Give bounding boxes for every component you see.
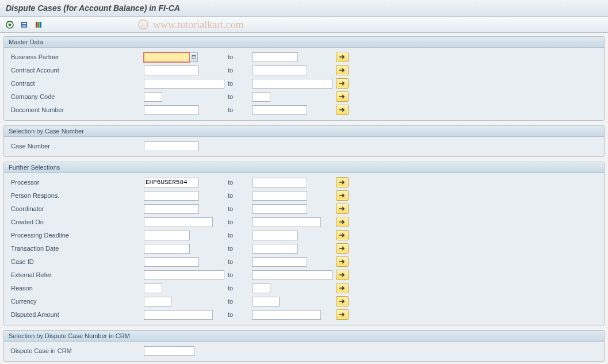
reason-from-input[interactable] [144, 283, 162, 293]
multiple-selection-button[interactable] [336, 65, 349, 75]
multiple-selection-button[interactable] [336, 204, 349, 214]
dispute-case-crm-input[interactable] [144, 346, 194, 356]
panel-case-number-title: Selection by Case Number [4, 126, 604, 137]
multiple-selection-button[interactable] [336, 270, 349, 280]
business-partner-from-input[interactable] [144, 52, 190, 62]
panel-crm-title: Selection by Dispute Case Number in CRM [4, 331, 604, 342]
created-on-to-input[interactable] [252, 217, 321, 227]
label-business-partner: Business Partner [9, 53, 144, 60]
currency-to-input[interactable] [252, 297, 280, 306]
arrow-right-icon [339, 285, 346, 291]
multiple-selection-button[interactable] [336, 52, 349, 62]
multiple-selection-button[interactable] [336, 243, 349, 254]
case-id-from-input[interactable] [144, 257, 199, 267]
multiple-selection-button[interactable] [336, 230, 349, 240]
contract-account-from-input[interactable] [144, 66, 199, 75]
label-case-number: Case Number [9, 143, 144, 150]
label-currency: Currency [9, 298, 144, 305]
arrow-right-icon [339, 107, 346, 113]
arrow-right-icon [339, 193, 346, 198]
label-contract-account: Contract Account [9, 67, 144, 74]
row-dispute-case-crm: Dispute Case in CRM [9, 344, 599, 357]
multiple-selection-button[interactable] [336, 217, 349, 227]
contract-account-to-input[interactable] [252, 66, 307, 75]
company-code-to-input[interactable] [252, 92, 270, 102]
processor-from-input[interactable] [144, 178, 199, 187]
external-refer-from-input[interactable] [144, 270, 224, 280]
coordinator-from-input[interactable] [144, 204, 199, 214]
created-on-from-input[interactable] [144, 217, 213, 227]
svg-rect-5 [22, 23, 26, 24]
contract-from-input[interactable] [144, 79, 224, 89]
arrow-right-icon [339, 246, 346, 251]
currency-from-input[interactable] [144, 297, 171, 306]
document-number-to-input[interactable] [252, 105, 307, 115]
transaction-date-to-input[interactable] [252, 244, 298, 254]
processing-deadline-from-input[interactable] [144, 231, 190, 240]
document-number-from-input[interactable] [144, 105, 199, 115]
svg-rect-12 [192, 55, 196, 56]
contract-to-input[interactable] [252, 79, 332, 89]
to-label: to [224, 245, 252, 252]
reason-to-input[interactable] [252, 283, 270, 293]
to-label: to [224, 232, 252, 239]
person-respons-to-input[interactable] [252, 191, 307, 201]
multiple-selection-button[interactable] [336, 177, 349, 187]
f4-help-icon[interactable] [190, 52, 198, 62]
label-case-id: Case ID [9, 258, 144, 265]
multiple-selection-button[interactable] [336, 296, 349, 306]
transaction-date-from-input[interactable] [144, 244, 190, 254]
case-id-to-input[interactable] [252, 257, 307, 267]
label-processing-deadline: Processing Deadline [9, 232, 144, 239]
variants-button[interactable] [18, 19, 30, 30]
row-document-number: Document Number to [9, 104, 599, 116]
row-person-respons: Person Respons. to [9, 189, 599, 202]
processing-deadline-to-input[interactable] [252, 231, 298, 240]
multiple-selection-button[interactable] [336, 91, 349, 102]
arrow-right-icon [339, 54, 346, 60]
content-area: Master Data Business Partner to Contract… [0, 33, 608, 364]
label-disputed-amount: Disputed Amount [9, 311, 144, 318]
disputed-amount-to-input[interactable] [252, 310, 321, 320]
company-code-from-input[interactable] [144, 92, 162, 102]
to-label: to [224, 179, 252, 186]
label-contract: Contract [9, 80, 144, 87]
person-respons-from-input[interactable] [144, 191, 199, 201]
svg-rect-7 [22, 26, 26, 27]
multiple-selection-button[interactable] [336, 309, 349, 320]
to-label: to [224, 298, 252, 305]
label-dispute-case-crm: Dispute Case in CRM [9, 347, 144, 354]
multiple-selection-button[interactable] [336, 283, 349, 293]
arrow-right-icon [339, 94, 346, 99]
toolbar: © www.tutorialkart.com [0, 17, 608, 33]
arrow-right-icon [339, 219, 346, 225]
multiple-selection-button[interactable] [336, 105, 349, 115]
panel-case-number: Selection by Case Number Case Number [3, 125, 605, 157]
row-coordinator: Coordinator to [9, 202, 599, 215]
to-label: to [224, 219, 252, 225]
disputed-amount-from-input[interactable] [144, 310, 213, 320]
multiple-selection-button[interactable] [336, 256, 349, 267]
panel-further-selections-title: Further Selections [4, 162, 604, 173]
label-person-respons: Person Respons. [9, 192, 144, 199]
window-title: Dispute Cases (for Account Balance) in F… [0, 0, 608, 17]
case-number-input[interactable] [144, 141, 199, 151]
to-label: to [224, 80, 252, 87]
row-transaction-date: Transaction Date to [9, 242, 599, 255]
variants-icon [20, 21, 28, 29]
execute-button[interactable] [3, 19, 16, 30]
arrow-right-icon [339, 67, 346, 73]
svg-rect-6 [22, 25, 26, 26]
business-partner-to-input[interactable] [252, 52, 298, 62]
panel-master-data-title: Master Data [4, 37, 604, 48]
arrow-right-icon [339, 298, 346, 304]
processor-to-input[interactable] [252, 178, 307, 187]
external-refer-to-input[interactable] [252, 270, 332, 280]
multiple-selection-button[interactable] [336, 78, 349, 89]
to-label: to [224, 205, 252, 212]
multiple-selection-button[interactable] [336, 190, 349, 201]
coordinator-to-input[interactable] [252, 204, 307, 214]
dynamic-selections-button[interactable] [32, 19, 45, 30]
to-label: to [224, 311, 252, 318]
arrow-right-icon [339, 232, 346, 238]
